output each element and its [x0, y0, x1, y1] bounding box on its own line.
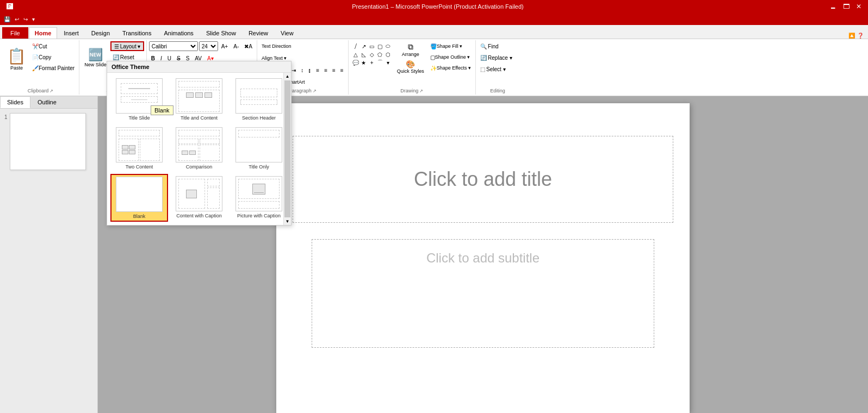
editing-label: Editing: [478, 87, 517, 95]
qa-redo[interactable]: ↪: [22, 15, 29, 23]
layout-grid: Title Slide: [107, 73, 291, 225]
shape-arc[interactable]: ⌒: [376, 59, 384, 66]
layout-item-title-only[interactable]: Title Only: [230, 125, 288, 172]
shape-oval[interactable]: ⬭: [385, 42, 392, 50]
layout-item-two-content[interactable]: Two Content: [110, 125, 168, 172]
tab-review[interactable]: Review: [243, 27, 274, 39]
layout-item-section-header[interactable]: Section Header: [230, 76, 288, 123]
minimize-ribbon[interactable]: 🔼: [848, 33, 855, 39]
minimize-btn[interactable]: 🗕: [828, 3, 839, 10]
slide-canvas[interactable]: Click to add title Click to add subtitle: [276, 103, 690, 413]
layout-thumb-picture-caption: [235, 176, 282, 211]
title-bar: 🅿 Presentation1 – Microsoft PowerPoint (…: [0, 0, 868, 13]
layout-icon: ☰: [114, 43, 119, 49]
close-btn[interactable]: ✕: [854, 3, 864, 10]
replace-button[interactable]: 🔄 Replace ▾: [478, 53, 514, 62]
arrange-button[interactable]: ⧉ Arrange: [394, 41, 427, 58]
new-slide-button[interactable]: 🆕 New Slide: [82, 41, 109, 74]
subtitle-placeholder-text: Click to add subtitle: [426, 251, 540, 266]
qa-save[interactable]: 💾: [2, 15, 12, 23]
layout-item-blank[interactable]: Blank Blank: [110, 174, 168, 222]
select-button[interactable]: ⬚ Select ▾: [478, 64, 508, 74]
tab-slideshow[interactable]: Slide Show: [200, 27, 242, 39]
shape-callout[interactable]: 💬: [352, 59, 359, 66]
increase-font-btn[interactable]: A+: [219, 41, 231, 51]
shape-star[interactable]: ★: [360, 59, 368, 66]
decrease-font-btn[interactable]: A-: [231, 41, 241, 51]
drawing-expand[interactable]: ↗: [419, 89, 423, 93]
quick-styles-button[interactable]: 🎨 Quick Styles: [394, 59, 427, 75]
align-left-btn[interactable]: ≡: [314, 65, 321, 75]
scroll-up-btn[interactable]: ▲: [284, 73, 291, 80]
select-icon: ⬚: [480, 66, 485, 72]
qa-undo[interactable]: ↩: [13, 15, 21, 23]
shape-rect[interactable]: ▭: [368, 42, 376, 50]
paste-button[interactable]: 📋 Paste: [4, 41, 29, 77]
slide-number-1: 1: [4, 114, 8, 120]
layout-item-title-slide-label: Title Slide: [128, 115, 150, 121]
app-icon[interactable]: 🅿: [4, 3, 15, 10]
title-placeholder[interactable]: Click to add title: [293, 136, 673, 223]
layout-item-comparison[interactable]: Comparison: [170, 125, 228, 172]
maximize-btn[interactable]: 🗖: [841, 3, 852, 10]
cut-button[interactable]: ✂️ Cut: [30, 41, 77, 51]
replace-icon: 🔄: [480, 55, 487, 61]
clipboard-expand[interactable]: ↗: [49, 89, 53, 93]
shape-line[interactable]: ⧸: [352, 42, 359, 50]
tab-animations[interactable]: Animations: [158, 27, 199, 39]
quick-styles-icon: 🎨: [406, 60, 415, 68]
tab-file[interactable]: File: [2, 27, 28, 39]
shape-more[interactable]: ▾: [385, 59, 392, 66]
shape-fill-btn[interactable]: 🪣 Shape Fill ▾: [428, 41, 473, 51]
effects-icon: ✨: [430, 65, 437, 71]
qa-more[interactable]: ▾: [30, 15, 36, 23]
clear-format-btn[interactable]: ✖A: [242, 41, 255, 51]
clipboard-label: Clipboard ↗: [4, 87, 77, 95]
copy-button[interactable]: 📄 Copy: [30, 52, 77, 62]
layout-item-picture-caption[interactable]: Picture with Caption: [230, 174, 288, 222]
layout-item-content-caption[interactable]: Content with Caption: [170, 174, 228, 222]
align-center-btn[interactable]: ≡: [322, 65, 330, 75]
text-direction-btn[interactable]: Text Direction: [259, 41, 294, 51]
slide-thumb-1[interactable]: [10, 113, 86, 170]
layout-thumb-two-content: [116, 127, 163, 162]
tab-home[interactable]: Home: [29, 27, 58, 39]
tab-transitions[interactable]: Transitions: [116, 27, 157, 39]
shapes-grid: ⧸ ↗ ▭ ▢ ⬭ △ ◺ ◇ ⬠ ⬡ 💬 ★ + ⌒ ▾: [351, 41, 393, 67]
shape-triangle[interactable]: △: [352, 51, 359, 58]
shape-arrow[interactable]: ↗: [360, 42, 368, 50]
layout-button[interactable]: ☰ Layout ▾: [110, 41, 144, 51]
shape-pentagon[interactable]: ⬠: [376, 51, 384, 58]
align-right-btn[interactable]: ≡: [330, 65, 338, 75]
layout-item-comparison-label: Comparison: [186, 164, 213, 170]
format-painter-button[interactable]: 🖌️ Format Painter: [30, 63, 77, 73]
find-button[interactable]: 🔍 Find: [478, 41, 500, 51]
panel-tabs: Slides Outline: [0, 96, 97, 109]
scroll-thumb: [284, 80, 290, 217]
tab-slides[interactable]: Slides: [0, 96, 30, 108]
subtitle-placeholder[interactable]: Click to add subtitle: [312, 239, 654, 348]
tab-insert[interactable]: Insert: [58, 27, 85, 39]
shape-effects-btn[interactable]: ✨ Shape Effects ▾: [428, 63, 473, 73]
layout-thumb-title-only: [235, 127, 282, 162]
shape-hexagon[interactable]: ⬡: [385, 51, 392, 58]
scroll-down-btn[interactable]: ▼: [284, 218, 291, 225]
font-size-select[interactable]: 24: [199, 41, 218, 51]
shape-outline-btn[interactable]: ▢ Shape Outline ▾: [428, 52, 473, 62]
shape-rounded-rect[interactable]: ▢: [376, 42, 384, 50]
font-family-select[interactable]: Calibri: [149, 41, 198, 51]
shape-rtriangle[interactable]: ◺: [360, 51, 368, 58]
justify-btn[interactable]: ≡: [338, 65, 346, 75]
layout-item-title-slide[interactable]: Title Slide: [110, 76, 168, 123]
paragraph-expand[interactable]: ↗: [313, 89, 317, 93]
help-btn[interactable]: ❓: [857, 33, 864, 39]
columns-btn[interactable]: ⫿: [306, 65, 313, 75]
tab-design[interactable]: Design: [85, 27, 116, 39]
tab-view[interactable]: View: [275, 27, 300, 39]
arrange-icon: ⧉: [408, 42, 413, 52]
shape-plus[interactable]: +: [368, 59, 376, 66]
shape-diamond[interactable]: ◇: [368, 51, 376, 58]
tab-outline[interactable]: Outline: [30, 96, 64, 108]
line-spacing-btn[interactable]: ↕: [299, 65, 306, 75]
layout-item-title-content[interactable]: Title and Content: [170, 76, 228, 123]
